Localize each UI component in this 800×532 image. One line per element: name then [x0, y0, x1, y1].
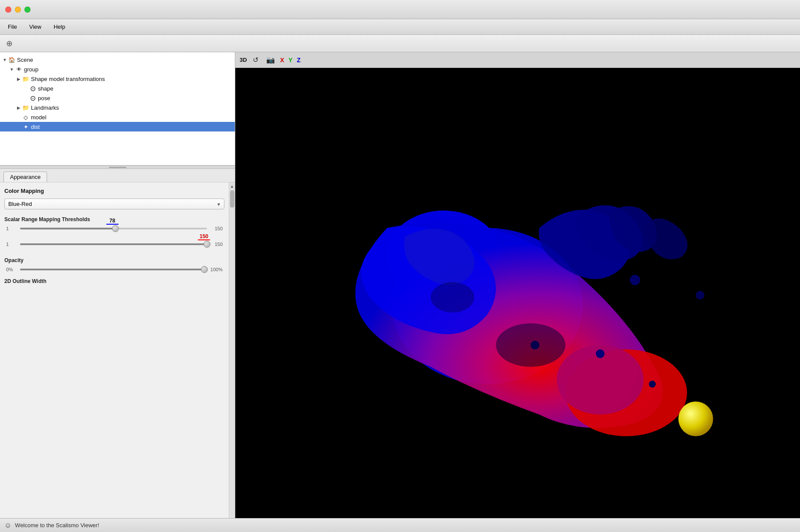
scalar-range-section: Scalar Range Mapping Thresholds 1: [4, 216, 224, 247]
3d-viewport-svg: [235, 68, 800, 518]
title-bar: [0, 0, 800, 19]
landmarks-icon: 📁: [22, 104, 30, 111]
axis-z-button[interactable]: Z: [297, 57, 301, 64]
svg-point-7: [696, 291, 705, 300]
opacity-track[interactable]: [20, 269, 204, 270]
properties-panel: Appearance Color Mapping Blue-Red Red-Bl…: [0, 169, 235, 518]
slider2-underline: [198, 239, 210, 240]
toggle-landmarks[interactable]: ▶: [16, 105, 22, 110]
scene-tree[interactable]: ▼ 🏠 Scene ▼ 👁 group ▶ 📁 Shape model tran…: [0, 52, 235, 165]
color-mapping-title: Color Mapping: [4, 188, 224, 194]
slider2-track[interactable]: 150: [20, 243, 207, 245]
svg-point-5: [678, 401, 713, 436]
props-inner: Color Mapping Blue-Red Red-Blue Grayscal…: [0, 182, 229, 518]
scene-icon: 🏠: [8, 56, 16, 64]
menu-bar: File View Help: [0, 19, 800, 35]
scroll-track[interactable]: ▲ ▼: [229, 182, 235, 518]
dist-label: dist: [31, 124, 40, 130]
opacity-thumb[interactable]: [201, 266, 208, 273]
viewport-toolbar: ↺ 📷 X Y Z: [251, 55, 301, 65]
tree-item-landmarks[interactable]: ▶ 📁 Landmarks: [0, 103, 235, 112]
left-panel: ▼ 🏠 Scene ▼ 👁 group ▶ 📁 Shape model tran…: [0, 52, 235, 518]
group-icon: 👁: [15, 65, 23, 73]
viewport-canvas[interactable]: [235, 68, 800, 518]
close-button[interactable]: [5, 7, 11, 13]
slider1-max: 150: [210, 226, 223, 231]
scene-label: Scene: [17, 57, 33, 63]
tree-item-shape-model[interactable]: ▶ 📁 Shape model transformations: [0, 74, 235, 84]
props-scroll: Color Mapping Blue-Red Red-Blue Grayscal…: [0, 182, 235, 518]
panel-content: Color Mapping Blue-Red Red-Blue Grayscal…: [0, 182, 229, 296]
right-panel: 3D ↺ 📷 X Y Z: [235, 52, 800, 518]
slider2-fill: [20, 243, 207, 245]
tree-item-pose[interactable]: ⊙ pose: [0, 93, 235, 103]
pose-icon: ⊙: [29, 94, 37, 102]
svg-point-6: [630, 275, 640, 285]
landmarks-label: Landmarks: [31, 104, 59, 111]
slider1-underline: [106, 224, 119, 225]
slider1-min: 1: [6, 226, 17, 231]
menu-help[interactable]: Help: [51, 23, 68, 31]
tree-item-shape[interactable]: ⊙ shape: [0, 84, 235, 93]
color-map-select[interactable]: Blue-Red Red-Blue Grayscale Hot Cool: [4, 199, 224, 209]
model-icon: ◇: [22, 113, 30, 121]
main-layout: ▼ 🏠 Scene ▼ 👁 group ▶ 📁 Shape model tran…: [0, 52, 800, 518]
tree-item-model[interactable]: ◇ model: [0, 112, 235, 122]
toolbar: ⊕: [0, 35, 800, 52]
group-label: group: [24, 66, 38, 73]
svg-point-8: [596, 350, 604, 358]
slider2-min: 1: [6, 242, 17, 247]
tree-item-group[interactable]: ▼ 👁 group: [0, 64, 235, 74]
slider2-thumb[interactable]: 150: [203, 241, 210, 248]
tree-item-scene[interactable]: ▼ 🏠 Scene: [0, 55, 235, 64]
outline-section: 2D Outline Width: [4, 278, 224, 284]
splitter[interactable]: [0, 165, 235, 169]
shape-label: shape: [38, 85, 53, 92]
tree-item-dist[interactable]: ✦ dist: [0, 122, 235, 131]
slider1-fill: [20, 228, 115, 229]
outline-title: 2D Outline Width: [4, 278, 224, 284]
shape-model-icon: 📁: [22, 75, 30, 83]
pose-label: pose: [38, 95, 50, 101]
shape-model-label: Shape model transformations: [31, 76, 105, 82]
status-message: Welcome to the Scalismo Viewer!: [15, 522, 99, 529]
viewport-header: 3D ↺ 📷 X Y Z: [235, 52, 800, 68]
opacity-fill: [20, 269, 204, 270]
shape-icon: ⊙: [29, 84, 37, 92]
minimize-button[interactable]: [15, 7, 21, 13]
svg-point-11: [496, 323, 566, 367]
toggle-group[interactable]: ▼: [9, 67, 15, 72]
status-bar: ☺ Welcome to the Scalismo Viewer!: [0, 518, 800, 532]
opacity-max: 100%: [208, 267, 223, 272]
slider2-max: 150: [210, 242, 223, 247]
move-icon[interactable]: ⊕: [4, 39, 14, 48]
tab-strip: Appearance: [0, 169, 235, 182]
splitter-grip: [109, 167, 126, 168]
svg-point-12: [431, 282, 475, 313]
axis-y-button[interactable]: Y: [288, 57, 292, 64]
window-controls: [5, 7, 31, 13]
reset-view-button[interactable]: ↺: [251, 55, 261, 65]
dropdown-container: Blue-Red Red-Blue Grayscale Hot Cool: [4, 199, 224, 209]
toggle-scene[interactable]: ▼: [2, 57, 8, 62]
viewport-label: 3D: [240, 57, 247, 63]
scroll-thumb[interactable]: [230, 190, 234, 208]
tab-appearance[interactable]: Appearance: [3, 172, 47, 182]
screenshot-button[interactable]: 📷: [265, 55, 276, 65]
slider1-track[interactable]: 78: [20, 228, 207, 229]
model-label: model: [31, 114, 46, 121]
color-map-select-wrapper: Blue-Red Red-Blue Grayscale Hot Cool: [4, 199, 224, 209]
opacity-title: Opacity: [4, 257, 224, 263]
status-icon: ☺: [4, 522, 11, 529]
slider1-value: 78: [106, 218, 119, 225]
axis-x-button[interactable]: X: [280, 57, 284, 64]
slider2-value: 150: [198, 233, 210, 240]
dist-icon: ✦: [22, 123, 30, 131]
toggle-shape-model[interactable]: ▶: [16, 77, 22, 81]
opacity-section: Opacity 0% 100%: [4, 257, 224, 272]
menu-file[interactable]: File: [5, 23, 20, 31]
maximize-button[interactable]: [24, 7, 31, 13]
menu-view[interactable]: View: [27, 23, 44, 31]
scroll-up-arrow[interactable]: ▲: [229, 183, 235, 189]
slider1-thumb[interactable]: 78: [112, 225, 119, 232]
